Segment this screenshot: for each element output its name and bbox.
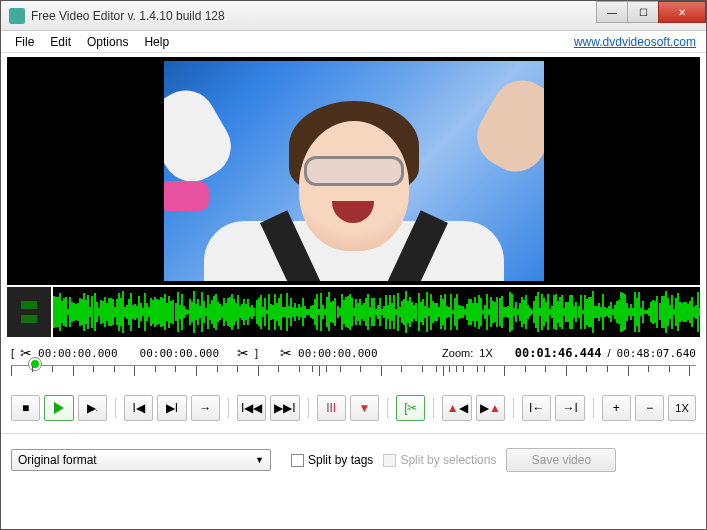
selection-end-timecode: 00:00:00.000 — [298, 347, 377, 360]
chevron-down-icon: ▼ — [255, 455, 264, 465]
zoom-label: Zoom: — [442, 347, 473, 359]
timecode-row: [ ✂ 00:00:00.000 00:00:00.000 ✂ ] ✂ 00:0… — [1, 339, 706, 363]
window-controls: — ☐ ✕ — [597, 1, 706, 30]
zoom-out-button[interactable]: − — [635, 395, 664, 421]
set-marker-down-button[interactable]: ▼ — [350, 395, 379, 421]
window-titlebar: Free Video Editor v. 1.4.10 build 128 — … — [1, 1, 706, 31]
goto-start-button[interactable]: I◀◀ — [237, 395, 266, 421]
zoom-in-button[interactable]: + — [602, 395, 631, 421]
audio-waveform[interactable] — [53, 287, 700, 337]
split-by-tags-checkbox[interactable]: Split by tags — [291, 453, 373, 467]
jump-prev-button[interactable]: I← — [522, 395, 551, 421]
bracket-open-icon: [ — [11, 347, 14, 359]
scissors-out-icon: ✂ — [237, 345, 249, 361]
svg-rect-1 — [21, 315, 37, 323]
stop-button[interactable]: ■ — [11, 395, 40, 421]
scissors-icon: ✂ — [280, 345, 292, 361]
timecode-separator: / — [607, 347, 610, 359]
set-markers-button[interactable]: III — [317, 395, 346, 421]
menu-file[interactable]: File — [7, 33, 42, 51]
selection-mid-timecode: 00:00:00.000 — [140, 347, 219, 360]
menu-bar: File Edit Options Help www.dvdvideosoft.… — [1, 31, 706, 53]
video-preview — [7, 57, 700, 285]
website-link[interactable]: www.dvdvideosoft.com — [574, 35, 700, 49]
play-button[interactable] — [44, 395, 73, 421]
waveform-row — [7, 287, 700, 337]
selection-start-timecode: 00:00:00.000 — [38, 347, 117, 360]
menu-options[interactable]: Options — [79, 33, 136, 51]
step-forward-button[interactable]: → — [191, 395, 220, 421]
window-title: Free Video Editor v. 1.4.10 build 128 — [31, 9, 597, 23]
bracket-close-icon: ] — [255, 347, 258, 359]
trim-left-button[interactable]: ▲◀ — [442, 395, 471, 421]
save-video-button[interactable]: Save video — [506, 448, 616, 472]
close-button[interactable]: ✕ — [658, 1, 706, 23]
goto-end-button[interactable]: ▶▶I — [270, 395, 299, 421]
total-timecode: 00:48:07.640 — [617, 347, 696, 360]
checkbox-icon — [291, 454, 304, 467]
minimize-button[interactable]: — — [596, 1, 628, 23]
output-format-value: Original format — [18, 453, 97, 467]
timeline-slider[interactable] — [11, 365, 696, 387]
prev-frame-button[interactable]: I◀ — [124, 395, 153, 421]
app-icon — [9, 8, 25, 24]
svg-rect-0 — [21, 301, 37, 309]
split-by-selections-label: Split by selections — [400, 453, 496, 467]
waveform-channels-icon — [7, 287, 51, 337]
split-by-tags-label: Split by tags — [308, 453, 373, 467]
video-frame — [164, 61, 544, 281]
jump-next-button[interactable]: →I — [555, 395, 584, 421]
cut-selection-button[interactable]: [✂ — [396, 395, 425, 421]
zoom-reset-button[interactable]: 1X — [668, 395, 695, 421]
bottom-bar: Original format ▼ Split by tags Split by… — [1, 433, 706, 482]
split-by-selections-checkbox: Split by selections — [383, 453, 496, 467]
output-format-combo[interactable]: Original format ▼ — [11, 449, 271, 471]
next-frame-button[interactable]: ▶I — [157, 395, 186, 421]
current-timecode: 00:01:46.444 — [515, 346, 602, 360]
zoom-value: 1X — [479, 347, 492, 359]
menu-edit[interactable]: Edit — [42, 33, 79, 51]
maximize-button[interactable]: ☐ — [627, 1, 659, 23]
transport-toolbar: ■ ▶. I◀ ▶I → I◀◀ ▶▶I III ▼ [✂ ▲◀ ▶▲ I← →… — [1, 389, 706, 427]
checkbox-icon — [383, 454, 396, 467]
menu-help[interactable]: Help — [136, 33, 177, 51]
play-to-end-button[interactable]: ▶. — [78, 395, 107, 421]
trim-right-button[interactable]: ▶▲ — [476, 395, 505, 421]
